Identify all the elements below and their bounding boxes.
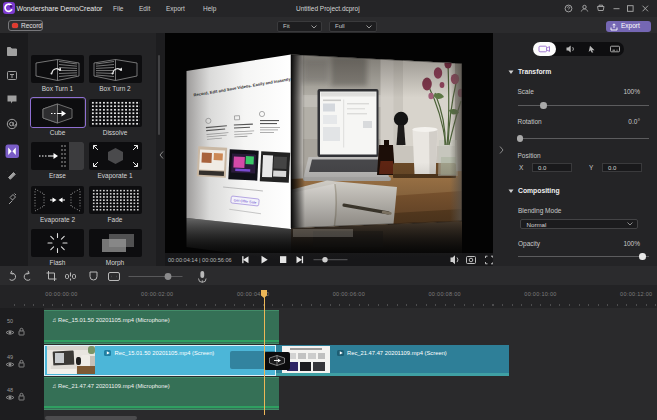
svg-text:00:00:04:14 | 00:00:56:06: 00:00:04:14 | 00:00:56:06: [168, 256, 232, 262]
